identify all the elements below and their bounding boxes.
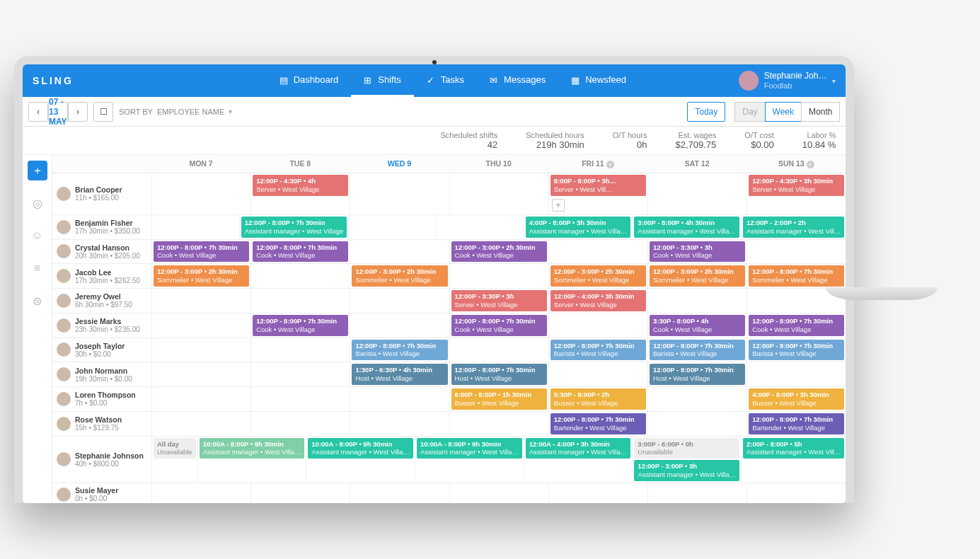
- day-cell[interactable]: 12:00P - 8:00P • 7h 30minBarista • West …: [647, 338, 746, 362]
- day-cell[interactable]: [647, 289, 746, 313]
- day-cell[interactable]: [449, 412, 548, 436]
- day-view-button[interactable]: Day: [734, 102, 765, 122]
- day-header[interactable]: SAT 12: [647, 155, 746, 173]
- day-cell[interactable]: [548, 362, 647, 386]
- day-cell[interactable]: 1:30P - 6:30P • 4h 30minHost • West Vill…: [350, 362, 449, 386]
- shift-block[interactable]: 2:00P - 8:00P • 5hAssistant manager • We…: [743, 438, 844, 459]
- day-cell[interactable]: [151, 313, 250, 338]
- nav-dashboard[interactable]: ▤Dashboard: [267, 64, 352, 97]
- month-view-button[interactable]: Month: [801, 102, 840, 122]
- day-cell[interactable]: [151, 362, 250, 386]
- shift-block[interactable]: 5:30P - 8:00P • 2hBusser • West Village: [550, 388, 646, 410]
- week-view-button[interactable]: Week: [765, 102, 802, 122]
- day-cell[interactable]: [350, 483, 449, 503]
- day-cell[interactable]: 12:00P - 4:30P • 3h 30minServer • West V…: [746, 173, 846, 214]
- day-cell[interactable]: [647, 173, 746, 214]
- shift-block[interactable]: 12:00P - 8:00P • 7h 30minHost • West Vil…: [650, 364, 745, 385]
- shift-block[interactable]: 12:00P - 3:00P • 3hAssistant manager • W…: [634, 460, 739, 481]
- day-cell[interactable]: [350, 289, 449, 313]
- day-cell[interactable]: 2:00P - 8:00P • 5hAssistant manager • We…: [741, 437, 846, 483]
- day-header[interactable]: MON 7: [151, 155, 250, 173]
- day-cell[interactable]: 12:00P - 8:00P • 7h 30minHost • West Vil…: [449, 362, 548, 386]
- shift-block[interactable]: 12:00P - 8:00P • 7h 30minAssistant manag…: [241, 217, 347, 238]
- day-cell[interactable]: [250, 289, 350, 313]
- day-cell[interactable]: [436, 215, 524, 239]
- shift-block[interactable]: 6:00P - 8:00P • 1h 30minBusser • West Vi…: [451, 388, 547, 410]
- shift-block[interactable]: 4:00P - 8:00P • 3h 30minBusser • West Vi…: [749, 388, 844, 410]
- day-cell[interactable]: 12:00P - 3:00P • 2h 30minSommelier • Wes…: [350, 264, 449, 288]
- employee-cell[interactable]: Jeremy Owel6h 30min • $97.50: [52, 289, 151, 313]
- prev-button[interactable]: ‹: [28, 102, 48, 122]
- employee-cell[interactable]: Benjamin Fisher17h 30min • $350.00: [52, 215, 151, 239]
- day-cell[interactable]: [250, 264, 350, 288]
- day-cell[interactable]: 12:00P - 8:00P • 7h 30minHost • West Vil…: [647, 362, 746, 386]
- shift-block[interactable]: 12:00P - 8:00P • 7h 30minCook • West Vil…: [154, 241, 249, 263]
- day-cell[interactable]: [647, 483, 746, 503]
- day-cell[interactable]: 4:00P - 8:00P • 3h 30minBusser • West Vi…: [746, 387, 846, 411]
- day-cell[interactable]: [350, 240, 449, 264]
- employee-cell[interactable]: Rose Watson15h • $129.75: [52, 412, 151, 436]
- shift-block[interactable]: 12:00P - 3:00P • 2h 30minSommelier • Wes…: [650, 265, 745, 287]
- shift-block[interactable]: 3:00P - 8:00P • 4h 30minAssistant manage…: [634, 217, 739, 238]
- day-cell[interactable]: 12:00P - 8:00P • 7h 30minCook • West Vil…: [746, 313, 846, 338]
- day-cell[interactable]: 12:00P - 8:00P • 7h 30minCook • West Vil…: [250, 313, 350, 338]
- day-cell[interactable]: [449, 483, 548, 503]
- shift-block[interactable]: 12:00P - 2:00P • 2hAssistant manager • W…: [743, 217, 844, 238]
- day-cell[interactable]: 12:00P - 3:00P • 2h 30minSommelier • Wes…: [647, 264, 746, 288]
- day-cell[interactable]: 12:00P - 3:30P • 3hCook • West Village: [647, 240, 746, 264]
- next-button[interactable]: ›: [68, 102, 88, 122]
- shift-block[interactable]: 1:30P - 6:30P • 4h 30minHost • West Vill…: [352, 364, 447, 385]
- day-cell[interactable]: 12:00P - 4:00P • 3h 30minServer • West V…: [548, 289, 647, 313]
- day-cell[interactable]: 12:00P - 8:00P • 7h 30minBartender • Wes…: [746, 412, 846, 436]
- day-cell[interactable]: [449, 264, 548, 288]
- day-cell[interactable]: [350, 387, 449, 411]
- employee-cell[interactable]: Joseph Taylor30h • $0.00: [52, 338, 151, 362]
- day-cell[interactable]: 4:00P - 8:00P • 3h 30minAssistant manage…: [524, 215, 633, 239]
- shift-block[interactable]: 12:00P - 3:00P • 2h 30minSommelier • Wes…: [352, 265, 447, 287]
- day-cell[interactable]: 12:00P - 8:00P • 7h 30minSommelier • Wes…: [746, 264, 846, 288]
- employee-cell[interactable]: Loren Thompson7h • $0.00: [52, 387, 151, 411]
- day-cell[interactable]: [151, 173, 250, 214]
- shift-block[interactable]: 12:00P - 3:00P • 2h 30minSommelier • Wes…: [154, 265, 249, 287]
- day-cell[interactable]: [449, 173, 548, 214]
- day-cell[interactable]: [548, 313, 647, 338]
- add-shift-button[interactable]: ＋: [552, 199, 565, 212]
- day-header[interactable]: FRI 11i: [548, 155, 647, 173]
- shift-block[interactable]: 12:00P - 4:30P • 4hServer • West Village: [253, 175, 348, 196]
- day-cell[interactable]: 12:00P - 8:00P • 7h 30minBarista • West …: [350, 338, 449, 362]
- day-cell[interactable]: [746, 483, 846, 503]
- day-header[interactable]: WED 9: [350, 155, 449, 173]
- shift-block[interactable]: 10:00A - 8:00P • 9h 30minAssistant manag…: [308, 438, 413, 459]
- list-icon[interactable]: ≡: [28, 258, 47, 278]
- day-cell[interactable]: [350, 173, 449, 214]
- day-cell[interactable]: [449, 338, 548, 362]
- day-cell[interactable]: [250, 412, 350, 436]
- day-cell[interactable]: [151, 215, 239, 239]
- day-cell[interactable]: 12:00P - 8:00P • 7h 30minBartender • Wes…: [548, 412, 647, 436]
- day-cell[interactable]: [746, 240, 846, 264]
- day-cell[interactable]: [548, 483, 647, 503]
- day-cell[interactable]: 10:00A - 8:00P • 9h 30minAssistant manag…: [306, 437, 415, 483]
- nav-shifts[interactable]: ⊞Shifts: [351, 64, 414, 97]
- day-cell[interactable]: 10:00A - 8:00P • 9h 30minAssistant manag…: [197, 437, 306, 483]
- day-cell[interactable]: 12:00P - 8:00P • 7h 30minBarista • West …: [746, 338, 846, 362]
- day-header[interactable]: TUE 8: [250, 155, 350, 173]
- day-cell[interactable]: [548, 240, 647, 264]
- day-cell[interactable]: 10:00A - 8:00P • 9h 30minAssistant manag…: [415, 437, 524, 483]
- day-cell[interactable]: 12:00P - 4:30P • 4hServer • West Village: [250, 173, 350, 214]
- day-cell[interactable]: 12:00P - 8:00P • 7h 30minCook • West Vil…: [250, 240, 350, 264]
- shift-block[interactable]: 12:00P - 8:00P • 7h 30minBartender • Wes…: [550, 413, 646, 434]
- shift-block[interactable]: All dayUnavailable: [154, 438, 196, 459]
- day-cell[interactable]: [250, 362, 350, 386]
- people-icon[interactable]: ☺: [28, 226, 47, 246]
- nav-newsfeed[interactable]: ▦Newsfeed: [558, 64, 639, 97]
- day-cell[interactable]: [151, 483, 250, 503]
- employee-cell[interactable]: Brian Cooper11h • $165.00: [52, 173, 151, 214]
- nav-messages[interactable]: ✉Messages: [477, 64, 558, 97]
- day-cell[interactable]: 12:00P - 8:00P • 7h 30minCook • West Vil…: [151, 240, 250, 264]
- day-cell[interactable]: [151, 412, 250, 436]
- employee-cell[interactable]: Stephanie Johnson40h • $800.00: [52, 437, 151, 483]
- day-header[interactable]: SUN 13i: [746, 155, 846, 173]
- day-cell[interactable]: 12:00P - 8:00P • 7h 30minBarista • West …: [548, 338, 647, 362]
- shift-block[interactable]: 12:00A - 4:00P • 3h 30minAssistant manag…: [526, 438, 631, 459]
